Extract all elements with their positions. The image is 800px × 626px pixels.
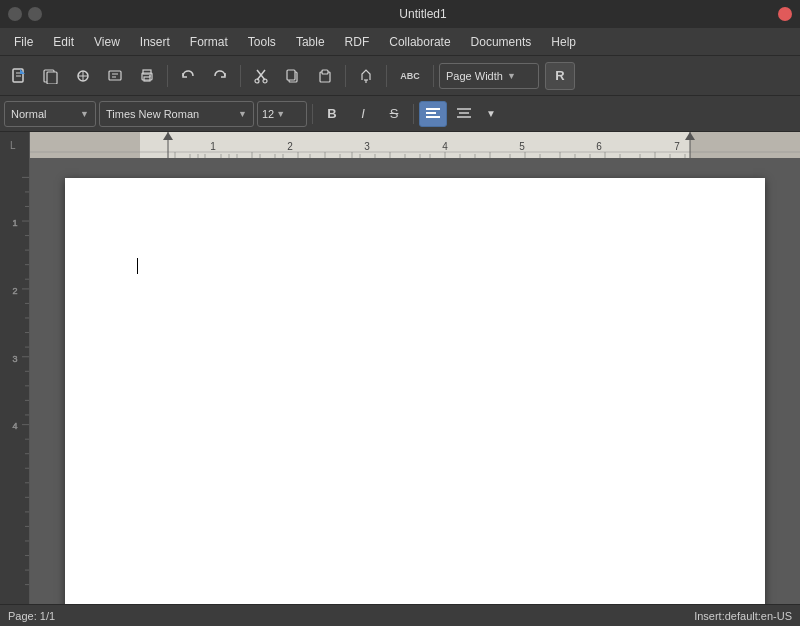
svg-text:2: 2 bbox=[287, 141, 293, 152]
clone-format-button[interactable] bbox=[351, 62, 381, 90]
ruler-row: L 1 2 3 4 5 6 7 bbox=[0, 132, 800, 158]
bold-button[interactable]: B bbox=[318, 101, 346, 127]
toolbar-separator-4 bbox=[386, 65, 387, 87]
svg-text:5: 5 bbox=[519, 141, 525, 152]
toolbar-separator-2 bbox=[240, 65, 241, 87]
svg-text:1: 1 bbox=[210, 141, 216, 152]
svg-rect-34 bbox=[690, 132, 800, 158]
content-area: 1 2 3 4 bbox=[0, 158, 800, 604]
svg-text:1: 1 bbox=[12, 218, 17, 228]
page-width-label: Page Width bbox=[446, 70, 503, 82]
font-size-dropdown-arrow: ▼ bbox=[276, 109, 285, 119]
strike-icon: S bbox=[390, 106, 399, 121]
font-dropdown[interactable]: Times New Roman ▼ bbox=[99, 101, 254, 127]
align-options-button[interactable] bbox=[450, 101, 478, 127]
maximize-button[interactable] bbox=[28, 7, 42, 21]
italic-button[interactable]: I bbox=[349, 101, 377, 127]
svg-rect-14 bbox=[144, 77, 150, 81]
align-left-button[interactable] bbox=[419, 101, 447, 127]
print-button[interactable] bbox=[132, 62, 162, 90]
svg-point-18 bbox=[255, 79, 259, 83]
menu-bar: File Edit View Insert Format Tools Table… bbox=[0, 28, 800, 56]
font-dropdown-arrow: ▼ bbox=[238, 109, 247, 119]
svg-rect-23 bbox=[322, 70, 328, 74]
strikethrough-button[interactable]: S bbox=[380, 101, 408, 127]
insert-status: Insert:default:en-US bbox=[694, 610, 792, 622]
italic-icon: I bbox=[361, 106, 365, 121]
rdf-icon: R bbox=[555, 68, 564, 83]
cut-button[interactable] bbox=[246, 62, 276, 90]
svg-text:2: 2 bbox=[12, 286, 17, 296]
font-size-value: 12 bbox=[262, 108, 274, 120]
toolbar-separator-5 bbox=[433, 65, 434, 87]
menu-collaborate[interactable]: Collaborate bbox=[379, 31, 460, 53]
font-value: Times New Roman bbox=[106, 108, 199, 120]
svg-point-15 bbox=[149, 75, 151, 77]
font-size-dropdown[interactable]: 12 ▼ bbox=[257, 101, 307, 127]
page-status: Page: 1/1 bbox=[8, 610, 55, 622]
menu-tools[interactable]: Tools bbox=[238, 31, 286, 53]
svg-point-19 bbox=[263, 79, 267, 83]
toolbar-separator-3 bbox=[345, 65, 346, 87]
svg-text:L: L bbox=[10, 140, 16, 151]
status-bar: Page: 1/1 Insert:default:en-US bbox=[0, 604, 800, 626]
close-button[interactable]: ✕ bbox=[778, 7, 792, 21]
undo-button[interactable] bbox=[173, 62, 203, 90]
svg-text:3: 3 bbox=[12, 354, 17, 364]
menu-table[interactable]: Table bbox=[286, 31, 335, 53]
styles-button[interactable] bbox=[68, 62, 98, 90]
format-separator-2 bbox=[413, 104, 414, 124]
menu-documents[interactable]: Documents bbox=[461, 31, 542, 53]
menu-format[interactable]: Format bbox=[180, 31, 238, 53]
ruler-corner[interactable]: L bbox=[0, 132, 30, 158]
svg-text:4: 4 bbox=[442, 141, 448, 152]
menu-edit[interactable]: Edit bbox=[43, 31, 84, 53]
minimize-button[interactable] bbox=[8, 7, 22, 21]
vertical-ruler: 1 2 3 4 bbox=[0, 158, 30, 604]
style-dropdown[interactable]: Normal ▼ bbox=[4, 101, 96, 127]
page-width-dropdown[interactable]: Page Width ▼ bbox=[439, 63, 539, 89]
svg-text:3: 3 bbox=[364, 141, 370, 152]
svg-rect-5 bbox=[47, 72, 57, 84]
svg-rect-35 bbox=[140, 132, 690, 158]
title-bar: Untitled1 ✕ bbox=[0, 0, 800, 28]
horizontal-ruler: 1 2 3 4 5 6 7 bbox=[30, 132, 800, 158]
rdf-button[interactable]: R bbox=[545, 62, 575, 90]
style-value: Normal bbox=[11, 108, 46, 120]
bold-icon: B bbox=[327, 106, 336, 121]
track-changes-button[interactable] bbox=[100, 62, 130, 90]
more-format-button[interactable]: ▼ bbox=[481, 101, 501, 127]
toolbar-separator-1 bbox=[167, 65, 168, 87]
svg-rect-9 bbox=[109, 71, 121, 80]
open-template-button[interactable] bbox=[36, 62, 66, 90]
page-width-dropdown-arrow: ▼ bbox=[507, 71, 516, 81]
menu-rdf[interactable]: RDF bbox=[335, 31, 380, 53]
svg-rect-21 bbox=[287, 70, 295, 80]
svg-text:4: 4 bbox=[12, 422, 17, 432]
menu-help[interactable]: Help bbox=[541, 31, 586, 53]
format-separator-1 bbox=[312, 104, 313, 124]
new-document-button[interactable] bbox=[4, 62, 34, 90]
menu-view[interactable]: View bbox=[84, 31, 130, 53]
format-bar: Normal ▼ Times New Roman ▼ 12 ▼ B I S ▼ bbox=[0, 96, 800, 132]
toolbar: ABC Page Width ▼ R bbox=[0, 56, 800, 96]
svg-rect-33 bbox=[30, 132, 140, 158]
text-cursor bbox=[137, 258, 138, 274]
menu-file[interactable]: File bbox=[4, 31, 43, 53]
paste-button[interactable] bbox=[310, 62, 340, 90]
window-title: Untitled1 bbox=[68, 7, 778, 21]
more-icon: ▼ bbox=[486, 108, 496, 119]
style-dropdown-arrow: ▼ bbox=[80, 109, 89, 119]
menu-insert[interactable]: Insert bbox=[130, 31, 180, 53]
scroll-area[interactable] bbox=[30, 158, 800, 604]
spell-check-label: ABC bbox=[400, 71, 420, 81]
spell-check-button[interactable]: ABC bbox=[392, 62, 428, 90]
document-page[interactable] bbox=[65, 178, 765, 604]
svg-text:6: 6 bbox=[596, 141, 602, 152]
copy-button[interactable] bbox=[278, 62, 308, 90]
redo-button[interactable] bbox=[205, 62, 235, 90]
svg-text:7: 7 bbox=[674, 141, 680, 152]
svg-rect-13 bbox=[143, 70, 151, 74]
